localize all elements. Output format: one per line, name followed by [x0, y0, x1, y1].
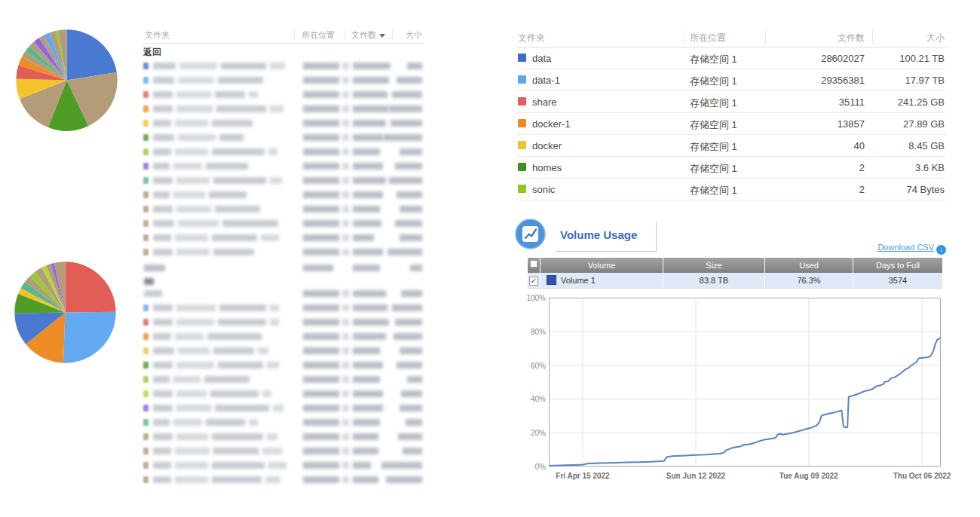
folder-color-icon	[143, 220, 149, 227]
redacted-text-block	[153, 177, 173, 184]
redacted-text-block	[303, 191, 339, 198]
redacted-text-block	[249, 91, 258, 98]
table-row[interactable]	[143, 358, 424, 372]
column-header-count-sorted[interactable]: 文件数	[351, 29, 385, 41]
redacted-text-block	[212, 462, 265, 469]
table-row[interactable]	[143, 173, 424, 188]
table-row[interactable]	[143, 130, 424, 145]
redacted-text-block	[175, 120, 208, 127]
series-color-swatch	[547, 275, 556, 285]
redacted-back-link[interactable]	[143, 274, 424, 286]
redacted-rows	[143, 286, 424, 487]
volume-row[interactable]: Volume 1 83.8 TB 76.3% 3574	[528, 273, 942, 289]
folder-row-share[interactable]: share存储空间 135111241.25 GB	[516, 91, 946, 113]
redacted-text-block	[176, 206, 211, 213]
column-header-size[interactable]: 大小	[406, 29, 422, 41]
column-header-location[interactable]: 所在位置	[302, 29, 335, 41]
table-row[interactable]	[143, 344, 424, 358]
folder-file-count: 28602027	[821, 53, 865, 64]
table-row[interactable]	[143, 430, 424, 444]
row-checkbox[interactable]	[529, 277, 538, 286]
redacted-text-block	[303, 304, 339, 311]
redacted-text-block	[303, 433, 339, 440]
column-header-count[interactable]: 文件数	[838, 32, 865, 44]
table-row[interactable]	[143, 286, 424, 301]
redacted-text-block	[389, 177, 422, 184]
select-all-checkbox[interactable]	[530, 260, 537, 268]
table-row[interactable]	[143, 59, 424, 73]
row-select-cell[interactable]	[528, 273, 541, 288]
redacted-text-block	[303, 120, 339, 127]
redacted-text-block	[342, 362, 349, 369]
column-header-location[interactable]: 所在位置	[690, 32, 726, 44]
folder-row-docker[interactable]: docker存储空间 1408.45 GB	[516, 135, 946, 157]
table-row[interactable]	[143, 73, 424, 87]
column-header-folder[interactable]: 文件夹	[145, 29, 170, 41]
redacted-text-block	[392, 304, 422, 311]
table-row[interactable]	[143, 231, 424, 245]
redacted-text-block	[303, 476, 339, 483]
redacted-text-block	[153, 448, 171, 454]
redacted-text-block	[406, 419, 422, 426]
table-row[interactable]	[143, 202, 424, 216]
column-header-folder[interactable]: 文件夹	[518, 32, 545, 44]
redacted-text-block	[353, 390, 383, 397]
column-header-size[interactable]: 大小	[926, 32, 945, 44]
table-row[interactable]	[143, 315, 424, 329]
redacted-text-block	[178, 347, 210, 354]
redacted-text-block	[342, 290, 349, 297]
redacted-text-block	[397, 362, 422, 369]
volume-used-cell: 76.3%	[765, 273, 853, 288]
redacted-text-block	[395, 319, 422, 326]
folder-row-homes[interactable]: homes存储空间 123.6 KB	[516, 157, 946, 179]
redacted-text-block	[303, 177, 339, 184]
table-row[interactable]	[143, 329, 424, 344]
redacted-text-block	[387, 249, 422, 255]
redacted-text-block	[178, 134, 216, 141]
table-row[interactable]	[143, 102, 424, 116]
folder-color-icon	[143, 91, 149, 98]
folder-file-count: 2	[859, 184, 865, 195]
redacted-text-block	[303, 376, 339, 383]
table-row[interactable]	[143, 473, 424, 487]
table-row[interactable]	[143, 372, 424, 387]
redacted-text-block	[353, 63, 390, 69]
table-row[interactable]	[143, 387, 424, 401]
redacted-text-block	[153, 405, 173, 411]
table-row[interactable]	[143, 458, 424, 473]
folder-location: 存储空间 1	[690, 140, 737, 154]
table-row[interactable]	[143, 216, 424, 231]
folder-color-icon	[143, 63, 149, 69]
folder-file-count: 40	[854, 140, 865, 151]
table-row[interactable]	[143, 145, 424, 159]
back-link[interactable]: 返回	[143, 44, 424, 59]
folder-row-data-1[interactable]: data-1存储空间 12935638117.97 TB	[516, 69, 946, 91]
table-row[interactable]	[143, 415, 424, 430]
folder-size: 8.45 GB	[908, 140, 945, 151]
folder-color-icon	[518, 75, 526, 84]
chart-plot-area	[549, 298, 941, 467]
redacted-text-block	[342, 120, 349, 127]
folder-color-icon	[143, 163, 149, 170]
folder-row-sonic[interactable]: sonic存储空间 1274 Bytes	[516, 179, 946, 200]
redacted-text-block	[219, 304, 266, 311]
y-axis-tick-label: 60%	[516, 362, 546, 370]
table-row[interactable]	[143, 245, 424, 259]
select-all-cell[interactable]	[528, 258, 541, 273]
redacted-text-block	[176, 390, 207, 397]
table-row[interactable]	[143, 301, 424, 315]
folder-color-icon	[518, 141, 526, 149]
table-row[interactable]	[143, 401, 424, 415]
table-row[interactable]	[143, 444, 424, 458]
table-row[interactable]	[143, 188, 424, 202]
folder-row-data[interactable]: data存储空间 128602027100.21 TB	[516, 47, 946, 69]
table-row[interactable]	[143, 87, 424, 102]
redacted-text-block	[175, 476, 208, 483]
redacted-text-block	[342, 134, 349, 141]
table-row[interactable]	[143, 159, 424, 173]
redacted-text-block	[303, 265, 333, 271]
redacted-text-block	[176, 405, 211, 411]
download-csv-link[interactable]: Download CSV↓	[856, 243, 946, 255]
table-row[interactable]	[143, 116, 424, 130]
folder-row-docker-1[interactable]: docker-1存储空间 11385727.89 GB	[516, 113, 946, 135]
